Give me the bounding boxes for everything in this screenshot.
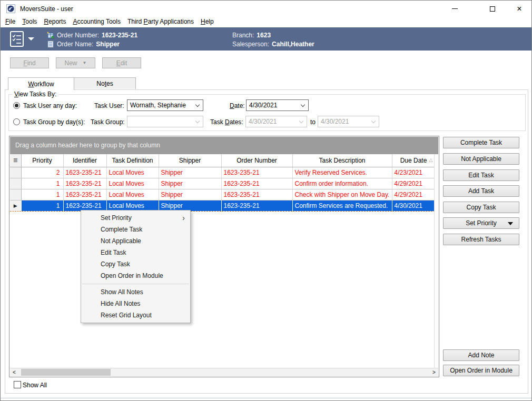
context-menu-show-all-notes[interactable]: Show All Notes (81, 286, 190, 298)
context-menu-not-applicable[interactable]: Not Applicable (81, 235, 190, 247)
order-name-icon (47, 41, 54, 48)
column-header-identifier[interactable]: Identifier (63, 154, 106, 167)
show-all-label: Show All (23, 382, 47, 389)
column-header-shipper[interactable]: Shipper (159, 154, 221, 167)
submenu-arrow-icon: › (182, 212, 185, 224)
chevron-down-icon (301, 103, 305, 107)
menu-separator (82, 284, 189, 284)
grid-header-row: ≣ Priority Identifier Task Definition Sh… (10, 154, 435, 167)
maximize-icon (490, 6, 495, 12)
menu-tools[interactable]: Tools (22, 18, 42, 26)
task-dates-to-combo[interactable]: 4/30/2021 (318, 116, 379, 127)
edit-task-button[interactable]: Edit Task (443, 169, 519, 181)
application-window: MoversSuite - user × File Tools Reports … (0, 0, 532, 401)
window-bottom-edge (1, 398, 531, 398)
vertical-scrollbar[interactable] (434, 154, 438, 368)
complete-task-button[interactable]: Complete Task (443, 137, 519, 148)
minimize-icon (452, 8, 458, 9)
not-applicable-button[interactable]: Not Applicable (443, 153, 519, 165)
menu-help[interactable]: Help (200, 18, 219, 26)
order-number-label: Order Number: (57, 32, 99, 39)
salesperson-value: Cahill,Heather (272, 41, 314, 48)
close-button[interactable]: × (507, 1, 531, 17)
maximize-button[interactable] (480, 1, 505, 17)
task-user-combo[interactable]: Wornath, Stephanie (127, 99, 203, 111)
order-document-icon[interactable] (9, 31, 24, 47)
chevron-down-icon (195, 119, 200, 123)
sort-ascending-icon: △ (429, 157, 433, 163)
context-menu-complete-task[interactable]: Complete Task (81, 224, 190, 235)
new-button[interactable]: New▼ (56, 57, 95, 68)
menu-bar: File Tools Reports Accounting Tools Thir… (1, 17, 531, 27)
branch-value: 1623 (257, 32, 271, 39)
order-header-bar: Order Number: 1623-235-21 Order Name: Sh… (1, 27, 531, 51)
show-all-checkbox[interactable] (14, 381, 21, 388)
app-icon (6, 4, 15, 13)
task-group-radio[interactable] (13, 118, 20, 125)
copy-task-button[interactable]: Copy Task (443, 202, 519, 213)
column-header-order-number[interactable]: Order Number (221, 154, 292, 167)
table-row[interactable]: 1 1623-235-21 Local Moves Shipper 1623-2… (10, 189, 435, 200)
column-header-priority[interactable]: Priority (21, 154, 63, 167)
date-label: Date: (230, 102, 245, 109)
refresh-tasks-button[interactable]: Refresh Tasks (443, 234, 519, 245)
task-dates-from-combo[interactable]: 4/30/2021 (245, 116, 307, 127)
find-button[interactable]: Find (10, 57, 49, 68)
context-menu-open-order-in-module[interactable]: Open Order in Module (81, 270, 190, 282)
open-order-in-module-button[interactable]: Open Order in Module (443, 365, 519, 376)
context-menu-reset-grid-layout[interactable]: Reset Grid Layout (81, 309, 190, 321)
close-icon: × (517, 5, 521, 13)
scrollbar-thumb[interactable] (21, 369, 111, 376)
chevron-down-icon (371, 119, 376, 123)
table-row[interactable]: 1 1623-235-21 Local Moves Shipper 1623-2… (10, 178, 435, 189)
task-group-combo[interactable] (127, 116, 203, 127)
menu-third-party-applications[interactable]: Third Party Applications (127, 18, 199, 26)
context-menu-copy-task[interactable]: Copy Task (81, 258, 190, 270)
table-row[interactable]: 2 1623-235-21 Local Moves Shipper 1623-2… (10, 167, 435, 178)
task-dates-label: Task Dates: (210, 118, 243, 126)
menu-accounting-tools[interactable]: Accounting Tools (72, 18, 125, 26)
task-grid: Drag a column header here to group by th… (9, 136, 439, 377)
task-user-label: Task User: (94, 102, 124, 109)
context-menu-edit-task[interactable]: Edit Task (81, 247, 190, 258)
context-menu: Set Priority› Complete Task Not Applicab… (81, 210, 191, 323)
task-group-radio-label: Task Group by day(s): (23, 118, 85, 126)
order-number-value: 1623-235-21 (102, 32, 137, 39)
workflow-tab-page: View Tasks By: Task User any day: Task U… (5, 89, 528, 394)
current-row-arrow-icon: ▶ (14, 203, 17, 208)
chevron-down-icon (195, 103, 200, 107)
tab-workflow[interactable]: Workflow (8, 77, 74, 90)
salesperson-label: Salesperson: (232, 41, 269, 48)
menu-reports[interactable]: Reports (43, 18, 71, 26)
context-menu-set-priority[interactable]: Set Priority› (81, 212, 190, 224)
column-header-task-description[interactable]: Task Description (292, 154, 392, 167)
title-bar: MoversSuite - user × (1, 1, 531, 17)
context-menu-hide-all-notes[interactable]: Hide All Notes (81, 298, 190, 309)
set-priority-button[interactable]: Set Priority (443, 217, 519, 229)
branch-label: Branch: (232, 32, 254, 39)
order-name-label: Order Name: (57, 41, 93, 48)
tab-notes[interactable]: Notes (74, 77, 136, 89)
add-note-button[interactable]: Add Note (443, 349, 519, 361)
order-name-value: Shipper (96, 41, 120, 48)
new-dropdown-icon: ▼ (83, 61, 87, 65)
scroll-left-icon[interactable]: < (10, 368, 18, 376)
to-label: to (310, 118, 316, 126)
order-menu-caret-icon[interactable] (28, 37, 34, 41)
group-by-band[interactable]: Drag a column header here to group by th… (10, 137, 438, 154)
task-user-radio-label: Task User any day: (23, 102, 77, 109)
column-header-task-definition[interactable]: Task Definition (106, 154, 159, 167)
window-title: MoversSuite - user (20, 5, 73, 13)
minimize-button[interactable] (442, 1, 467, 17)
table-row-selected[interactable]: ▶ 1 1623-235-21 Local Moves Shipper 1623… (10, 200, 435, 211)
menu-file[interactable]: File (5, 18, 20, 26)
horizontal-scrollbar[interactable]: < > (10, 368, 438, 376)
date-combo[interactable]: 4/30/2021 (246, 99, 309, 111)
row-selector-header: ≣ (10, 154, 21, 167)
chevron-down-icon (299, 119, 303, 123)
column-header-due-date[interactable]: Due Date△ (392, 154, 435, 167)
add-task-button[interactable]: Add Task (443, 185, 519, 197)
edit-button[interactable]: Edit (102, 57, 141, 68)
task-user-radio[interactable] (13, 102, 20, 109)
scroll-right-icon[interactable]: > (430, 368, 438, 376)
